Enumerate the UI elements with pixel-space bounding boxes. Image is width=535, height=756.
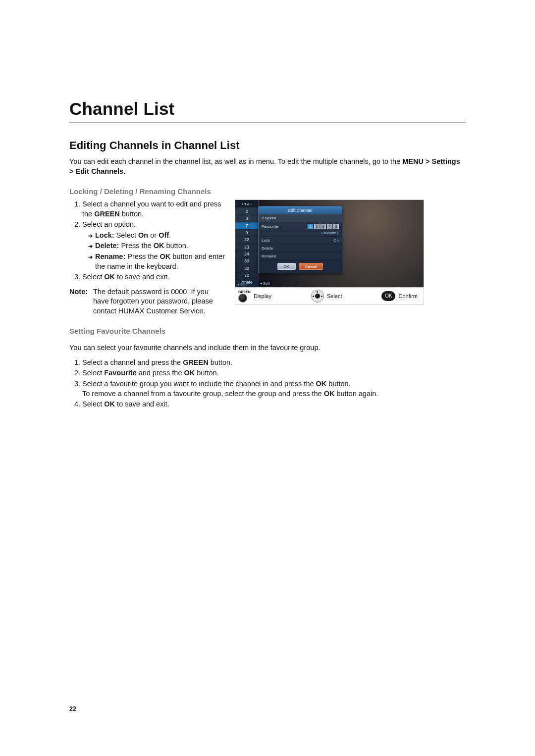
ok-button-icon: OK xyxy=(381,291,395,301)
opt-ren-ok: OK xyxy=(160,252,171,260)
s2s1-green: GREEN xyxy=(183,358,209,366)
s2s1a: Select a channel and press the xyxy=(82,358,183,366)
panel-channel: 7 Seven xyxy=(259,214,342,222)
steps-column: Select a channel you want to edit and pr… xyxy=(69,200,226,339)
step3-a: Select xyxy=(82,273,104,281)
intro-period: . xyxy=(123,167,125,175)
step3: Select OK to save and exit. xyxy=(82,272,226,282)
s2s2-ok: OK xyxy=(184,369,195,377)
screenshot-column: ‹ TV › 2 3 7 9 22 23 24 30 32 72 7mate xyxy=(235,200,466,339)
ch-row: 32 xyxy=(235,265,258,272)
panel-fav-caption-row: Favourite 1 xyxy=(259,231,342,237)
row-label-delete: Delete xyxy=(262,246,273,251)
option-list: ➔ Lock: Select On or Off. ➔ Delete: Pres… xyxy=(82,231,226,271)
legend-select: Select xyxy=(311,290,342,302)
fav-box-1: 1 xyxy=(308,224,313,229)
ch-row: 30 xyxy=(235,257,258,264)
opt-lock-on: On xyxy=(138,231,148,239)
legend-green: GREEN Display xyxy=(238,290,271,302)
s2s2-fav: Favourite xyxy=(104,369,136,377)
chapter-title: Channel List xyxy=(69,99,466,119)
opt-del-label: Delete: xyxy=(95,242,119,250)
opt-rename: ➔ Rename: Press the OK button and enter … xyxy=(88,252,226,271)
tv-screenshot: ‹ TV › 2 3 7 9 22 23 24 30 32 72 7mate xyxy=(235,200,424,305)
s2s4c: to save and exit. xyxy=(115,400,169,408)
opt-lock-b: Select xyxy=(114,231,138,239)
ch-row: 24 xyxy=(235,251,258,257)
s2-step2: Select Favourite and press the OK button… xyxy=(82,368,466,378)
opt-lock-f: . xyxy=(169,231,171,239)
subhead-lockdel: Locking / Deleting / Renaming Channels xyxy=(69,187,466,196)
panel-row-delete: Delete xyxy=(259,245,342,252)
panel-title: Edit Channel xyxy=(259,206,342,214)
panel-ok-button: OK xyxy=(277,263,296,270)
chevron-right-icon: ➔ xyxy=(88,253,93,261)
note-block: Note: The default password is 0000. If y… xyxy=(69,287,226,316)
opt-del-b: Press the xyxy=(119,242,153,250)
step2: Select an option. ➔ Lock: Select On or O… xyxy=(82,220,226,271)
chevron-right-icon: ➔ xyxy=(88,243,93,250)
row-label-lock: Lock xyxy=(262,238,270,243)
opt-lock-off: Off xyxy=(159,231,169,239)
opt-del-ok: OK xyxy=(154,242,164,250)
two-col-layout: Select a channel you want to edit and pr… xyxy=(69,200,466,339)
opt-del-d: button. xyxy=(164,242,188,250)
step3-c: to save and exit. xyxy=(115,273,169,281)
subhead-favourite: Setting Favourite Channels xyxy=(69,327,226,335)
favourite-boxes: 1 2 3 4 5 xyxy=(308,224,339,229)
chapter-rule xyxy=(69,122,466,123)
channel-mode: ‹ TV › xyxy=(235,200,258,208)
chevron-right-icon: ➔ xyxy=(88,232,93,240)
s2s3f: button again. xyxy=(334,390,378,398)
edit-channel-panel: Edit Channel 7 Seven Favourite 1 2 3 4 5 xyxy=(258,206,342,273)
opt-lock-label: Lock: xyxy=(95,231,114,239)
panel-row-rename: Rename xyxy=(259,252,342,260)
legend-confirm: OK Confirm xyxy=(381,291,418,301)
step2-text: Select an option. xyxy=(82,220,136,228)
s2s3c: button. xyxy=(326,380,350,388)
steps-list-2: Select a channel and press the GREEN but… xyxy=(69,358,466,409)
osd-edit: ● Edit xyxy=(258,281,272,286)
row-label-favourite: Favourite xyxy=(262,224,278,229)
manual-page: Channel List Editing Channels in Channel… xyxy=(0,0,535,756)
opt-lock: ➔ Lock: Select On or Off. xyxy=(88,231,226,241)
legend-confirm-text: Confirm xyxy=(398,293,418,299)
s2-step1: Select a channel and press the GREEN but… xyxy=(82,358,466,368)
opt-ren-label: Rename: xyxy=(95,252,125,260)
page-number: 22 xyxy=(69,706,76,712)
ch-row: 22 xyxy=(235,236,258,243)
s2s3a: Select a favourite group you want to inc… xyxy=(82,380,316,388)
s2s2c: and press the xyxy=(137,369,184,377)
step1-green: GREEN xyxy=(94,210,120,218)
panel-row-favourite: Favourite 1 2 3 4 5 xyxy=(259,222,342,231)
fav-box-5: 5 xyxy=(333,224,339,229)
fav-caption: Favourite 1 xyxy=(321,231,339,235)
ch-row: 2 xyxy=(235,208,258,215)
step1: Select a channel you want to edit and pr… xyxy=(82,200,226,219)
ch-row-selected: 7 xyxy=(235,222,258,229)
ch-row: 9 xyxy=(235,229,258,236)
panel-buttons: OK Cancel xyxy=(259,260,342,273)
channel-sidebar: ‹ TV › 2 3 7 9 22 23 24 30 32 72 7mate xyxy=(235,200,259,287)
s2s3-ok2: OK xyxy=(324,390,335,398)
tv-area: ‹ TV › 2 3 7 9 22 23 24 30 32 72 7mate xyxy=(235,200,424,287)
osd-sort: ● Sort xyxy=(237,283,247,286)
lock-value: On xyxy=(333,238,339,243)
ch-row: 72 xyxy=(235,272,258,279)
s2-step3: Select a favourite group you want to inc… xyxy=(82,379,466,399)
panel-row-lock: Lock On xyxy=(259,237,342,245)
s2s2e: button. xyxy=(195,369,218,377)
steps-list-1: Select a channel you want to edit and pr… xyxy=(69,200,226,282)
dpad-icon xyxy=(311,290,324,302)
legend-select-text: Select xyxy=(327,293,342,299)
opt-lock-d: or xyxy=(148,231,159,239)
opt-delete: ➔ Delete: Press the OK button. xyxy=(88,241,226,251)
legend-bar: GREEN Display Select xyxy=(235,287,424,304)
fav-box-4: 4 xyxy=(327,224,332,229)
s2s3-ok: OK xyxy=(316,380,327,388)
section-title: Editing Channels in Channel List xyxy=(69,139,466,152)
row-label-rename: Rename xyxy=(262,254,276,258)
ch-row: 3 xyxy=(235,215,258,222)
green-label: GREEN xyxy=(238,290,251,294)
s2s2a: Select xyxy=(82,369,104,377)
